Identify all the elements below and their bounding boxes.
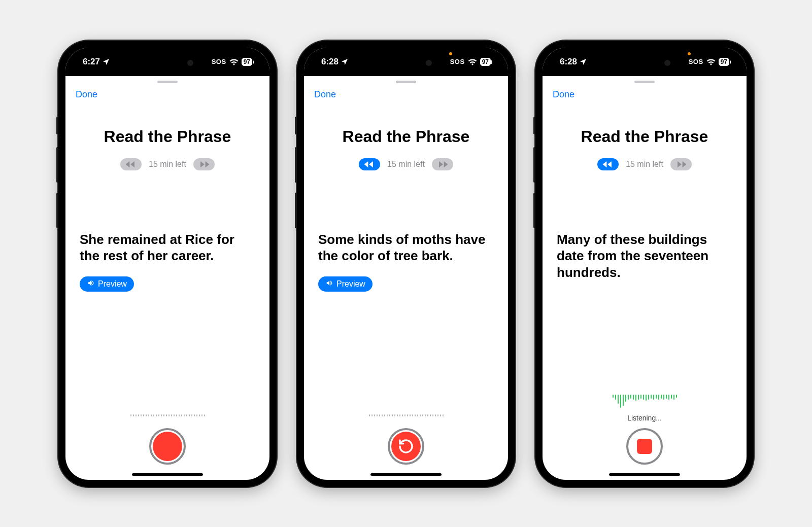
waveform bbox=[80, 408, 255, 423]
previous-phrase-button[interactable] bbox=[597, 158, 619, 170]
nav-bar: Done bbox=[543, 84, 747, 103]
phrase-text: Some kinds of moths have the color of tr… bbox=[318, 231, 494, 264]
screen: 6:27SOS97DoneRead the Phrase15 min leftS… bbox=[65, 48, 269, 480]
preview-button[interactable]: Preview bbox=[80, 276, 134, 292]
sheet-grabber[interactable] bbox=[304, 76, 508, 84]
wifi-icon bbox=[468, 58, 477, 65]
time-left-label: 15 min left bbox=[626, 160, 663, 169]
done-button[interactable]: Done bbox=[76, 89, 97, 99]
page-title: Read the Phrase bbox=[80, 127, 255, 146]
battery-indicator: 97 bbox=[242, 58, 252, 66]
listening-label: Listening... bbox=[557, 414, 732, 422]
preview-button[interactable]: Preview bbox=[318, 276, 373, 292]
location-icon bbox=[102, 58, 110, 66]
speaker-icon bbox=[325, 279, 333, 289]
home-indicator[interactable] bbox=[132, 473, 203, 476]
screen: 6:28SOS97DoneRead the Phrase15 min leftM… bbox=[543, 48, 747, 480]
home-indicator[interactable] bbox=[370, 473, 442, 476]
previous-phrase-button[interactable] bbox=[120, 158, 142, 170]
home-indicator[interactable] bbox=[609, 473, 680, 476]
sheet-grabber[interactable] bbox=[65, 76, 269, 84]
speaker-icon bbox=[87, 279, 95, 289]
status-sos: SOS bbox=[689, 58, 703, 65]
waveform bbox=[557, 394, 732, 409]
time-controls: 15 min left bbox=[80, 158, 255, 170]
location-icon bbox=[341, 58, 349, 66]
wifi-icon bbox=[706, 58, 716, 65]
next-phrase-button[interactable] bbox=[432, 158, 453, 170]
dynamic-island bbox=[613, 54, 676, 72]
phone-frame: 6:28SOS97DoneRead the Phrase15 min leftM… bbox=[535, 41, 754, 487]
done-button[interactable]: Done bbox=[553, 89, 574, 99]
battery-indicator: 97 bbox=[719, 58, 729, 66]
status-sos: SOS bbox=[212, 58, 226, 65]
waveform bbox=[318, 408, 494, 423]
record-button[interactable] bbox=[149, 428, 186, 465]
status-time: 6:27 bbox=[83, 57, 100, 67]
time-controls: 15 min left bbox=[557, 158, 732, 170]
sheet-grabber[interactable] bbox=[543, 76, 747, 84]
page-title: Read the Phrase bbox=[318, 127, 494, 146]
status-time: 6:28 bbox=[321, 57, 339, 67]
phone-frame: 6:27SOS97DoneRead the Phrase15 min leftS… bbox=[58, 41, 277, 487]
wifi-icon bbox=[229, 58, 239, 65]
status-sos: SOS bbox=[450, 58, 465, 65]
phrase-text: She remained at Rice for the rest of her… bbox=[80, 231, 255, 264]
phrase-text: Many of these buildings date from the se… bbox=[557, 231, 732, 281]
status-time: 6:28 bbox=[560, 57, 577, 67]
privacy-indicator-dot bbox=[688, 52, 691, 55]
page-title: Read the Phrase bbox=[557, 127, 732, 146]
privacy-indicator-dot bbox=[449, 52, 452, 55]
preview-label: Preview bbox=[98, 279, 127, 289]
nav-bar: Done bbox=[65, 84, 269, 103]
time-left-label: 15 min left bbox=[149, 160, 186, 169]
preview-label: Preview bbox=[336, 279, 365, 289]
next-phrase-button[interactable] bbox=[193, 158, 215, 170]
next-phrase-button[interactable] bbox=[670, 158, 692, 170]
dynamic-island bbox=[136, 54, 199, 72]
time-left-label: 15 min left bbox=[387, 160, 425, 169]
previous-phrase-button[interactable] bbox=[359, 158, 380, 170]
phone-frame: 6:28SOS97DoneRead the Phrase15 min leftS… bbox=[297, 41, 515, 487]
stop-button[interactable] bbox=[626, 428, 663, 465]
screen: 6:28SOS97DoneRead the Phrase15 min leftS… bbox=[304, 48, 508, 480]
done-button[interactable]: Done bbox=[314, 89, 336, 99]
location-icon bbox=[579, 58, 587, 66]
dynamic-island bbox=[374, 54, 438, 72]
battery-indicator: 97 bbox=[480, 58, 491, 66]
time-controls: 15 min left bbox=[318, 158, 494, 170]
nav-bar: Done bbox=[304, 84, 508, 103]
redo-button[interactable] bbox=[388, 428, 424, 465]
